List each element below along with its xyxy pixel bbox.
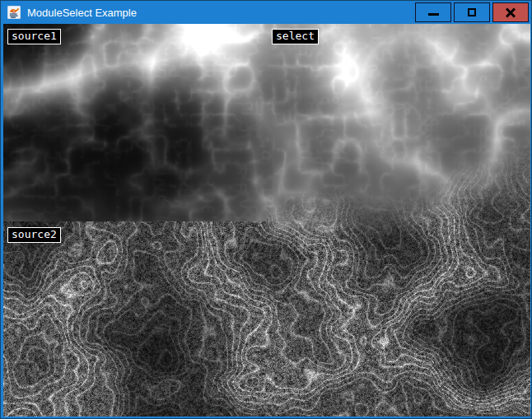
close-icon bbox=[505, 7, 516, 18]
maximize-icon bbox=[468, 8, 476, 16]
label-source2: source2 bbox=[7, 227, 61, 243]
noise-viewport: source1 select source2 bbox=[3, 24, 530, 417]
label-select: select bbox=[272, 29, 319, 44]
label-source1: source1 bbox=[7, 29, 61, 44]
close-button[interactable] bbox=[492, 2, 529, 22]
noise-viewport-canvas bbox=[3, 24, 530, 417]
window-title: ModuleSelect Example bbox=[27, 7, 137, 19]
window-controls bbox=[415, 2, 529, 22]
java-coffee-cup-icon bbox=[7, 6, 21, 19]
minimize-icon bbox=[428, 13, 439, 16]
minimize-button[interactable] bbox=[415, 2, 451, 22]
maximize-button[interactable] bbox=[454, 2, 490, 22]
titlebar[interactable]: ModuleSelect Example bbox=[1, 1, 531, 24]
app-window: ModuleSelect Example source1 select sour… bbox=[0, 0, 532, 419]
